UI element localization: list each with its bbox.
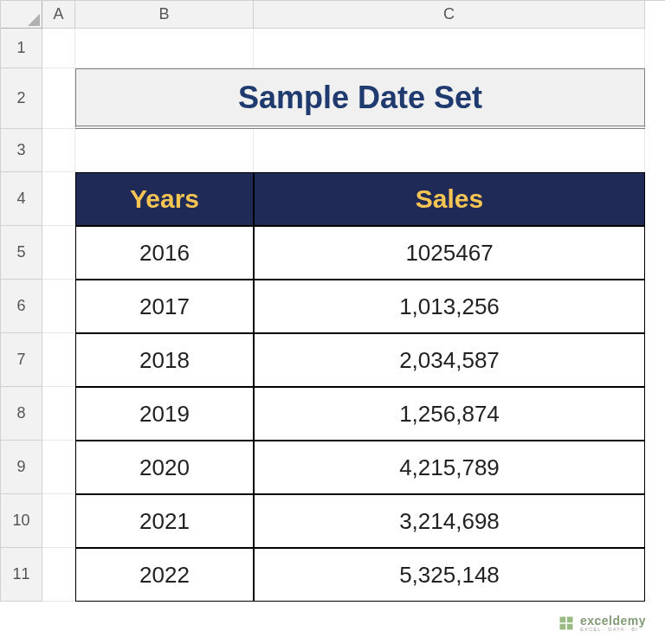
table-row[interactable]: 5,325,148 [254, 548, 645, 602]
col-header-A[interactable]: A [42, 1, 75, 29]
row-header-6[interactable]: 6 [1, 280, 42, 333]
table-row[interactable]: 2018 [75, 333, 254, 387]
table-header-years[interactable]: Years [75, 172, 254, 226]
cell-A11[interactable] [42, 548, 75, 602]
cell-B1[interactable] [75, 29, 254, 68]
cell-B3[interactable] [75, 129, 254, 172]
table-row[interactable]: 2022 [75, 548, 254, 602]
table-row[interactable]: 2016 [75, 226, 254, 280]
row-header-10[interactable]: 10 [1, 494, 42, 548]
select-all-corner[interactable] [1, 1, 42, 29]
table-row[interactable]: 2017 [75, 280, 254, 333]
spreadsheet-grid: A B C 1 2 Sample Date Set 3 4 Years Sale… [0, 0, 665, 602]
table-row[interactable]: 2020 [75, 441, 254, 494]
cell-A4[interactable] [42, 172, 75, 226]
watermark-tagline: EXCEL · DATA · BI [580, 627, 646, 632]
col-header-B[interactable]: B [75, 1, 254, 29]
row-header-4[interactable]: 4 [1, 172, 42, 226]
title-cell[interactable]: Sample Date Set [75, 68, 645, 129]
table-row[interactable]: 1025467 [254, 226, 645, 280]
table-row[interactable]: 2019 [75, 387, 254, 441]
exceldemy-logo-icon [558, 615, 575, 632]
cell-A2[interactable] [42, 68, 75, 129]
watermark: exceldemy EXCEL · DATA · BI [558, 615, 646, 632]
cell-C1[interactable] [254, 29, 645, 68]
table-header-sales[interactable]: Sales [254, 172, 645, 226]
cell-A6[interactable] [42, 280, 75, 333]
col-header-C[interactable]: C [254, 1, 645, 29]
table-row[interactable]: 4,215,789 [254, 441, 645, 494]
row-header-2[interactable]: 2 [1, 68, 42, 129]
row-header-3[interactable]: 3 [1, 129, 42, 172]
cell-A5[interactable] [42, 226, 75, 280]
cell-C3[interactable] [254, 129, 645, 172]
table-row[interactable]: 2,034,587 [254, 333, 645, 387]
cell-A7[interactable] [42, 333, 75, 387]
cell-A8[interactable] [42, 387, 75, 441]
row-header-9[interactable]: 9 [1, 441, 42, 494]
row-header-7[interactable]: 7 [1, 333, 42, 387]
row-header-11[interactable]: 11 [1, 548, 42, 602]
table-row[interactable]: 3,214,698 [254, 494, 645, 548]
row-header-1[interactable]: 1 [1, 29, 42, 68]
row-header-8[interactable]: 8 [1, 387, 42, 441]
table-row[interactable]: 1,013,256 [254, 280, 645, 333]
cell-A10[interactable] [42, 494, 75, 548]
row-header-5[interactable]: 5 [1, 226, 42, 280]
table-row[interactable]: 2021 [75, 494, 254, 548]
watermark-brand: exceldemy [580, 615, 646, 627]
cell-A9[interactable] [42, 441, 75, 494]
cell-A3[interactable] [42, 129, 75, 172]
cell-A1[interactable] [42, 29, 75, 68]
table-row[interactable]: 1,256,874 [254, 387, 645, 441]
